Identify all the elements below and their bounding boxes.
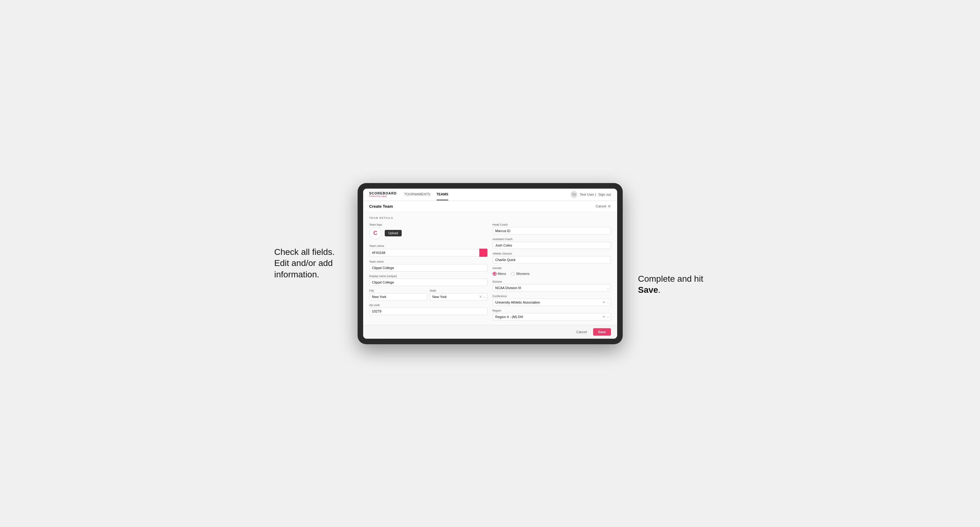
annotation-left-sub: Edit and/or add information.: [274, 259, 333, 279]
team-logo-circle: C: [369, 227, 382, 240]
gender-field: Gender Mens Womens: [493, 267, 611, 277]
conference-label: Conference: [493, 295, 611, 298]
city-input[interactable]: [369, 293, 427, 300]
form-left-column: Team logo C Upload Team colour: [369, 223, 488, 321]
nav-links: TOURNAMENTS TEAMS: [404, 189, 571, 200]
nav-logo-title: SCOREBOARD: [369, 192, 397, 195]
team-colour-swatch[interactable]: [479, 248, 488, 257]
zip-code-label: Zip code: [369, 303, 488, 306]
region-field: Region Region II - (M) DIII ✕ ⌄: [493, 309, 611, 321]
gender-womens-label: Womens: [516, 272, 529, 276]
nav-user-area: TU Test User | Sign out: [571, 191, 611, 198]
conference-select-container: University Athletic Association ✕ ⌄: [493, 298, 611, 306]
team-logo-label: Team logo: [369, 223, 488, 226]
modal-cancel-button[interactable]: Cancel ✕: [596, 204, 611, 209]
annotation-left-title: Check all fields.: [274, 247, 335, 257]
gender-womens-option[interactable]: Womens: [511, 272, 529, 276]
gender-mens-radio[interactable]: [493, 272, 496, 276]
conference-select[interactable]: University Athletic Association: [493, 298, 611, 306]
nav-link-teams[interactable]: TEAMS: [436, 189, 449, 200]
logo-area: C Upload: [369, 227, 488, 240]
city-field: City: [369, 289, 427, 300]
nav-logo-sub: Powered by clippd: [369, 195, 397, 197]
division-field: Division NCAA Division III ⌄: [493, 280, 611, 292]
modal-title: Create Team: [369, 204, 393, 209]
annotation-left: Check all fields. Edit and/or add inform…: [274, 246, 342, 280]
annotation-right: Complete and hit Save.: [638, 273, 706, 296]
footer-save-button[interactable]: Save: [593, 328, 611, 336]
conference-clear-icon[interactable]: ✕: [602, 300, 605, 305]
nav-link-tournaments[interactable]: TOURNAMENTS: [404, 189, 430, 200]
region-clear-icon[interactable]: ✕: [602, 315, 605, 319]
athletic-director-field: Athletic Director: [493, 252, 611, 264]
state-label: State: [430, 289, 488, 292]
team-colour-input-row: [369, 248, 488, 257]
form-right-column: Head Coach Assistant Coach Athletic Dire…: [493, 223, 611, 321]
conference-field: Conference University Athletic Associati…: [493, 295, 611, 306]
tablet-screen: SCOREBOARD Powered by clippd TOURNAMENTS…: [363, 189, 617, 339]
team-colour-label: Team colour: [369, 244, 488, 248]
state-field: State New York ✕ ⌄: [430, 289, 488, 300]
team-colour-field: Team colour: [369, 244, 488, 257]
head-coach-input[interactable]: [493, 227, 611, 235]
nav-signout-link[interactable]: Sign out: [598, 193, 611, 196]
division-select-container: NCAA Division III ⌄: [493, 284, 611, 292]
team-name-field: Team name: [369, 260, 488, 271]
athletic-director-input[interactable]: [493, 256, 611, 264]
assistant-coach-field: Assistant Coach: [493, 238, 611, 249]
region-select-container: Region II - (M) DIII ✕ ⌄: [493, 313, 611, 321]
nav-username: Test User |: [580, 193, 596, 196]
state-clear-icon[interactable]: ✕: [479, 295, 482, 299]
team-logo-field: Team logo C Upload: [369, 223, 488, 241]
display-name-input[interactable]: [369, 279, 488, 286]
assistant-coach-input[interactable]: [493, 241, 611, 249]
close-icon[interactable]: ✕: [608, 204, 611, 209]
division-select[interactable]: NCAA Division III: [493, 284, 611, 292]
section-label-team-details: TEAM DETAILS: [369, 216, 611, 219]
state-select-container: New York ✕ ⌄: [430, 293, 488, 300]
zip-code-field: Zip code: [369, 303, 488, 315]
assistant-coach-label: Assistant Coach: [493, 238, 611, 241]
display-name-field: Display name (unique): [369, 275, 488, 286]
gender-mens-label: Mens: [498, 272, 506, 276]
nav-bar: SCOREBOARD Powered by clippd TOURNAMENTS…: [363, 189, 617, 201]
city-label: City: [369, 289, 427, 292]
gender-womens-radio[interactable]: [511, 272, 515, 276]
footer-cancel-button[interactable]: Cancel: [573, 329, 590, 335]
nav-avatar: TU: [571, 191, 578, 198]
city-state-row: City State New York ✕ ⌄: [369, 289, 488, 300]
team-name-input[interactable]: [369, 264, 488, 271]
form-grid: Team logo C Upload Team colour: [369, 223, 611, 321]
team-colour-input[interactable]: [369, 249, 479, 256]
modal-header: Create Team Cancel ✕: [363, 201, 617, 212]
team-name-label: Team name: [369, 260, 488, 263]
zip-code-input[interactable]: [369, 308, 488, 315]
gender-label: Gender: [493, 267, 611, 270]
modal-footer: Cancel Save: [363, 325, 617, 339]
form-container: TEAM DETAILS Team logo C Upload: [363, 212, 617, 325]
display-name-label: Display name (unique): [369, 275, 488, 278]
gender-radio-group: Mens Womens: [493, 271, 611, 277]
gender-mens-option[interactable]: Mens: [493, 272, 506, 276]
head-coach-label: Head Coach: [493, 223, 611, 226]
nav-logo: SCOREBOARD Powered by clippd: [369, 192, 397, 197]
region-select[interactable]: Region II - (M) DIII: [493, 313, 611, 321]
upload-button[interactable]: Upload: [385, 230, 402, 237]
athletic-director-label: Athletic Director: [493, 252, 611, 255]
division-label: Division: [493, 280, 611, 283]
region-label: Region: [493, 309, 611, 312]
head-coach-field: Head Coach: [493, 223, 611, 235]
tablet-device: SCOREBOARD Powered by clippd TOURNAMENTS…: [358, 183, 623, 344]
